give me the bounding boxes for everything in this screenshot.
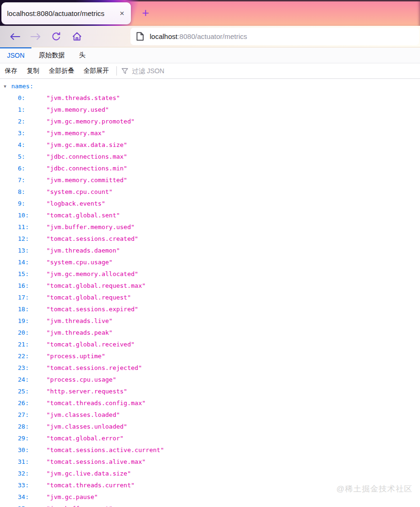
json-row: 29:"tomcat.global.error"	[0, 432, 420, 444]
expand-all-button[interactable]: 全部展开	[79, 63, 114, 78]
json-row: 4:"jvm.gc.max.data.size"	[0, 139, 420, 151]
json-row: 17:"tomcat.global.request"	[0, 292, 420, 303]
json-value: "process.cpu.usage"	[46, 376, 116, 383]
refresh-button[interactable]	[50, 30, 63, 43]
json-value: "jvm.buffer.memory.used"	[46, 223, 135, 230]
json-index: 26:	[18, 397, 46, 409]
copy-button[interactable]: 复制	[22, 63, 44, 78]
back-arrow-icon	[9, 32, 21, 41]
json-index: 10:	[18, 209, 46, 221]
json-row: 18:"tomcat.sessions.expired"	[0, 303, 420, 315]
tab-raw-data[interactable]: 原始数据	[31, 47, 72, 63]
json-index: 5:	[18, 151, 46, 162]
url-host: localhost	[150, 32, 177, 40]
browser-tab[interactable]: localhost:8080/actuator/metrics ×	[1, 2, 131, 24]
url-path: :8080/actuator/metrics	[177, 32, 247, 40]
json-value: "jvm.gc.live.data.size"	[46, 470, 131, 477]
filter-json-input[interactable]	[131, 67, 420, 75]
json-value: "process.uptime"	[46, 353, 105, 360]
json-index: 35:	[18, 503, 46, 507]
json-value: "jvm.classes.unloaded"	[46, 423, 127, 430]
json-row: 2:"jvm.gc.memory.promoted"	[0, 115, 420, 127]
tab-close-icon[interactable]: ×	[119, 9, 125, 18]
json-row: 23:"tomcat.sessions.rejected"	[0, 362, 420, 374]
json-row: 11:"jvm.buffer.memory.used"	[0, 221, 420, 233]
tab-headers[interactable]: 头	[72, 47, 92, 63]
browser-toolbar: localhost:8080/actuator/metrics	[0, 26, 420, 47]
json-value: "tomcat.global.sent"	[46, 212, 120, 219]
save-button[interactable]: 保存	[0, 63, 22, 78]
json-value: "tomcat.global.request.max"	[46, 282, 145, 289]
url-bar[interactable]: localhost:8080/actuator/metrics	[130, 28, 419, 45]
tab-json[interactable]: JSON	[0, 47, 31, 63]
json-row: 7:"jvm.memory.committed"	[0, 174, 420, 186]
json-row: 25:"http.server.requests"	[0, 385, 420, 397]
json-index: 9:	[18, 198, 46, 209]
json-value: "jvm.threads.states"	[46, 94, 120, 101]
json-row: 32:"jvm.gc.live.data.size"	[0, 468, 420, 479]
json-index: 20:	[18, 327, 46, 338]
json-value: "tomcat.sessions.alive.max"	[46, 458, 145, 465]
viewer-toolbar: 保存 复制 全部折叠 全部展开	[0, 63, 420, 79]
json-index: 15:	[18, 268, 46, 280]
json-index: 25:	[18, 385, 46, 397]
json-value: "jvm.threads.peak"	[46, 329, 113, 336]
json-value: "jvm.threads.daemon"	[46, 247, 120, 254]
new-tab-button[interactable]: +	[138, 0, 153, 26]
json-viewer: ▼names: 0:"jvm.threads.states" 1:"jvm.me…	[0, 79, 420, 507]
json-index: 12:	[18, 233, 46, 245]
json-value: "tomcat.sessions.active.current"	[46, 446, 164, 453]
json-value: "logback.events"	[46, 200, 105, 207]
json-row: 35:"jvm.buffer.count"	[0, 503, 420, 507]
forward-button[interactable]	[29, 30, 42, 43]
json-index: 13:	[18, 245, 46, 256]
json-index: 29:	[18, 432, 46, 444]
json-value: "tomcat.threads.config.max"	[46, 399, 145, 407]
json-row: 30:"tomcat.sessions.active.current"	[0, 444, 420, 456]
url-text: localhost:8080/actuator/metrics	[150, 32, 247, 40]
json-index: 1:	[18, 104, 46, 115]
json-rows: 0:"jvm.threads.states" 1:"jvm.memory.use…	[0, 92, 420, 507]
json-value: "jvm.gc.memory.promoted"	[46, 118, 135, 125]
json-root-key[interactable]: names:	[11, 83, 33, 90]
browser-window: localhost:8080/actuator/metrics × + loca…	[0, 0, 420, 507]
json-index: 0:	[18, 92, 46, 104]
viewer-tab-bar: JSON 原始数据 头	[0, 47, 420, 63]
json-row: 26:"tomcat.threads.config.max"	[0, 397, 420, 409]
json-row: 12:"tomcat.sessions.created"	[0, 233, 420, 245]
json-index: 21:	[18, 338, 46, 350]
json-value: "tomcat.sessions.rejected"	[46, 364, 142, 371]
json-value: "jvm.memory.used"	[46, 106, 109, 113]
home-button[interactable]	[70, 30, 84, 43]
forward-arrow-icon	[30, 32, 41, 41]
home-icon	[72, 31, 82, 42]
json-row: 15:"jvm.gc.memory.allocated"	[0, 268, 420, 280]
json-value: "jvm.gc.max.data.size"	[46, 141, 127, 148]
json-row: 6:"jdbc.connections.min"	[0, 162, 420, 174]
json-value: "jdbc.connections.max"	[46, 153, 127, 160]
json-index: 8:	[18, 186, 46, 198]
json-row: 20:"jvm.threads.peak"	[0, 327, 420, 338]
json-index: 17:	[18, 292, 46, 303]
json-index: 23:	[18, 362, 46, 374]
json-index: 7:	[18, 174, 46, 186]
json-value: "jvm.threads.live"	[46, 317, 113, 324]
json-value: "system.cpu.usage"	[46, 259, 113, 266]
tab-title: localhost:8080/actuator/metrics	[7, 9, 105, 17]
json-row: 1:"jvm.memory.used"	[0, 104, 420, 115]
json-row: 27:"jvm.classes.loaded"	[0, 409, 420, 421]
json-index: 28:	[18, 421, 46, 432]
json-index: 32:	[18, 468, 46, 479]
json-value: "tomcat.sessions.created"	[46, 235, 138, 242]
collapse-twisty-icon[interactable]: ▼	[4, 81, 11, 92]
json-row: 19:"jvm.threads.live"	[0, 315, 420, 327]
json-value: "tomcat.sessions.expired"	[46, 306, 138, 313]
json-row: 14:"system.cpu.usage"	[0, 256, 420, 268]
json-row: 13:"jvm.threads.daemon"	[0, 245, 420, 256]
json-value: "jvm.buffer.count"	[46, 505, 113, 507]
json-value: "jvm.memory.committed"	[46, 177, 127, 184]
filter-funnel-icon	[122, 68, 128, 74]
collapse-all-button[interactable]: 全部折叠	[44, 63, 79, 78]
watermark: @稀土掘金技术社区	[336, 484, 412, 494]
back-button[interactable]	[8, 30, 22, 43]
